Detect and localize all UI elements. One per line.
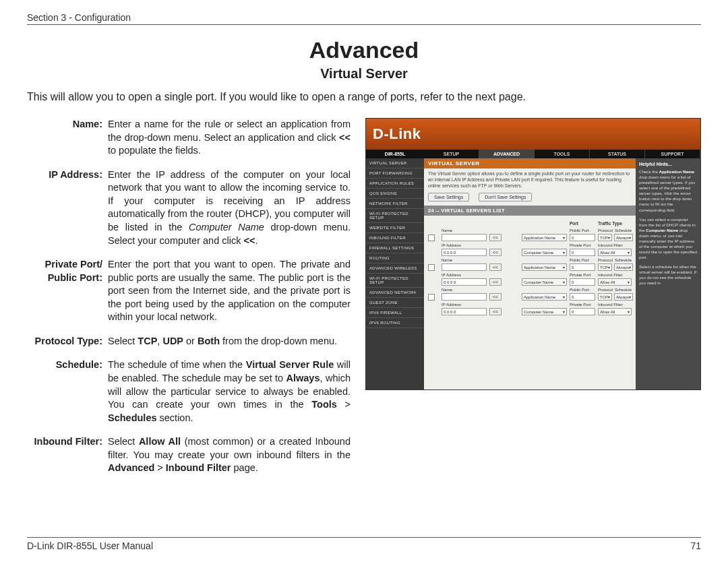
def-ip-text: Enter the IP address of the computer on … xyxy=(108,168,351,247)
sidebar-item-wps2[interactable]: WI-FI PROTECTED SETUP xyxy=(366,274,424,288)
sidebar-item-network-filter[interactable]: NETWORK FILTER xyxy=(366,199,424,209)
application-select[interactable]: Application Name▾ xyxy=(522,263,567,271)
sidebar-item-firewall[interactable]: FIREWALL SETTINGS xyxy=(366,243,424,253)
lbl-protocol: Protocol xyxy=(598,257,613,262)
lbl-schedule: Schedule xyxy=(615,228,632,232)
name-input[interactable] xyxy=(442,263,487,271)
computer-select[interactable]: Computer Name▾ xyxy=(522,308,567,315)
def-inbound-text: Select Allow All (most common) or a crea… xyxy=(108,435,351,475)
panel-description: The Virtual Server option allows you to … xyxy=(424,168,636,193)
page-subtitle: Virtual Server xyxy=(27,66,701,82)
lbl-inbound: Inbound Filter xyxy=(598,302,632,307)
brand-banner: D-Link xyxy=(366,119,700,150)
schedule-select[interactable]: Always▾ xyxy=(614,293,633,301)
private-port-input[interactable]: 0 xyxy=(570,249,595,256)
application-select[interactable]: Application Name▾ xyxy=(522,234,567,241)
sidebar-item-ipv6-firewall[interactable]: IPV6 FIREWALL xyxy=(366,308,424,318)
inbound-select[interactable]: Allow All▾ xyxy=(598,278,632,286)
copy-app-button[interactable]: << xyxy=(489,263,502,271)
name-input[interactable] xyxy=(442,293,487,301)
enable-checkbox[interactable] xyxy=(428,235,435,241)
sidebar-item-port-forwarding[interactable]: PORT FORWARDING xyxy=(366,168,424,179)
tab-tools[interactable]: TOOLS xyxy=(535,150,590,158)
def-sched-text: The schedule of time when the Virtual Se… xyxy=(108,358,351,425)
sidebar-item-virtual-server[interactable]: VIRTUAL SERVER xyxy=(366,158,424,168)
sidebar-item-inbound-filter[interactable]: INBOUND FILTER xyxy=(366,233,424,243)
name-input[interactable] xyxy=(442,234,487,241)
save-button[interactable]: Save Settings xyxy=(428,193,469,201)
breadcrumb: Section 3 - Configuration xyxy=(27,12,701,25)
lbl-public-port: Public Port xyxy=(570,228,595,232)
hints-title: Helpful Hints... xyxy=(639,161,697,167)
list-title: 24 -- VIRTUAL SERVERS LIST xyxy=(424,206,636,216)
router-screenshot: D-Link DIR-855L VIRTUAL SERVER PORT FORW… xyxy=(365,118,701,390)
computer-select[interactable]: Computer Name▾ xyxy=(522,278,567,286)
copy-computer-button[interactable]: << xyxy=(489,278,502,286)
lbl-name: Name xyxy=(442,228,487,232)
lbl-ip: IP Address xyxy=(442,302,487,307)
lbl-schedule: Schedule xyxy=(615,287,632,292)
sidebar-item-routing[interactable]: ROUTING xyxy=(366,253,424,263)
lbl-name: Name xyxy=(442,287,487,292)
sidebar-item-wps[interactable]: WI-FI PROTECTED SETUP xyxy=(366,209,424,223)
protocol-select[interactable]: TCP▾ xyxy=(598,234,612,241)
panel-title: VIRTUAL SERVER xyxy=(424,158,636,168)
tab-support[interactable]: SUPPORT xyxy=(645,150,700,158)
copy-computer-button[interactable]: << xyxy=(489,308,502,315)
lbl-private-port: Private Port xyxy=(570,243,595,247)
copy-app-button[interactable]: << xyxy=(489,234,502,241)
public-port-input[interactable]: 0 xyxy=(570,234,595,241)
lbl-inbound: Inbound Filter xyxy=(598,272,632,277)
inbound-select[interactable]: Allow All▾ xyxy=(598,308,632,315)
def-inbound-label: Inbound Filter: xyxy=(27,435,108,475)
copy-app-button[interactable]: << xyxy=(489,293,502,301)
protocol-select[interactable]: TCP▾ xyxy=(598,263,612,271)
inbound-select[interactable]: Allow All▾ xyxy=(598,249,632,256)
sidebar-item-adv-wireless[interactable]: ADVANCED WIRELESS xyxy=(366,263,424,274)
lbl-public-port: Public Port xyxy=(570,257,595,262)
schedule-select[interactable]: Always▾ xyxy=(614,234,633,241)
enable-checkbox[interactable] xyxy=(428,264,435,271)
sidebar-item-adv-network[interactable]: ADVANCED NETWORK xyxy=(366,288,424,298)
footer-left: D-Link DIR-855L User Manual xyxy=(27,540,153,551)
sidebar-item-guest-zone[interactable]: GUEST ZONE xyxy=(366,298,424,308)
enable-checkbox[interactable] xyxy=(428,294,435,301)
hints-panel: Helpful Hints... Check the Application N… xyxy=(636,158,700,389)
def-port-text: Enter the port that you want to open. Th… xyxy=(108,258,351,324)
def-proto-label: Protocol Type: xyxy=(27,335,108,348)
sidebar-item-website-filter[interactable]: WEBSITE FILTER xyxy=(366,223,424,233)
copy-computer-button[interactable]: << xyxy=(489,249,502,256)
lbl-public-port: Public Port xyxy=(570,287,595,292)
lbl-protocol: Protocol xyxy=(598,287,613,292)
model-label: DIR-855L xyxy=(366,150,424,158)
lbl-ip: IP Address xyxy=(442,272,487,277)
def-port-label: Private Port/Public Port: xyxy=(27,258,108,324)
schedule-select[interactable]: Always▾ xyxy=(614,263,633,271)
lbl-protocol: Protocol xyxy=(598,228,613,232)
def-proto-text: Select TCP, UDP or Both from the drop-do… xyxy=(108,335,351,348)
ip-input[interactable]: 0.0.0.0 xyxy=(442,249,487,256)
tab-advanced[interactable]: ADVANCED xyxy=(479,150,535,158)
computer-select[interactable]: Computer Name▾ xyxy=(522,249,567,256)
application-select[interactable]: Application Name▾ xyxy=(522,293,567,301)
public-port-input[interactable]: 0 xyxy=(570,293,595,301)
sidebar-item-ipv6-routing[interactable]: IPV6 ROUTING xyxy=(366,318,424,328)
lbl-name: Name xyxy=(442,257,487,262)
footer-page-number: 71 xyxy=(690,540,701,551)
page-title: Advanced xyxy=(27,37,701,63)
sidebar-item-qos-engine[interactable]: QOS ENGINE xyxy=(366,189,424,199)
col-port: Port xyxy=(570,221,595,226)
private-port-input[interactable]: 0 xyxy=(570,278,595,286)
tab-setup[interactable]: SETUP xyxy=(424,150,479,158)
public-port-input[interactable]: 0 xyxy=(570,263,595,271)
dont-save-button[interactable]: Don't Save Settings xyxy=(479,193,532,201)
private-port-input[interactable]: 0 xyxy=(570,308,595,315)
lbl-private-port: Private Port xyxy=(570,302,595,307)
def-name-text: Enter a name for the rule or select an a… xyxy=(108,118,351,158)
tab-status[interactable]: STATUS xyxy=(590,150,645,158)
lbl-private-port: Private Port xyxy=(570,272,595,277)
ip-input[interactable]: 0.0.0.0 xyxy=(442,308,487,315)
protocol-select[interactable]: TCP▾ xyxy=(598,293,612,301)
ip-input[interactable]: 0.0.0.0 xyxy=(442,278,487,286)
sidebar-item-application-rules[interactable]: APPLICATION RULES xyxy=(366,179,424,189)
